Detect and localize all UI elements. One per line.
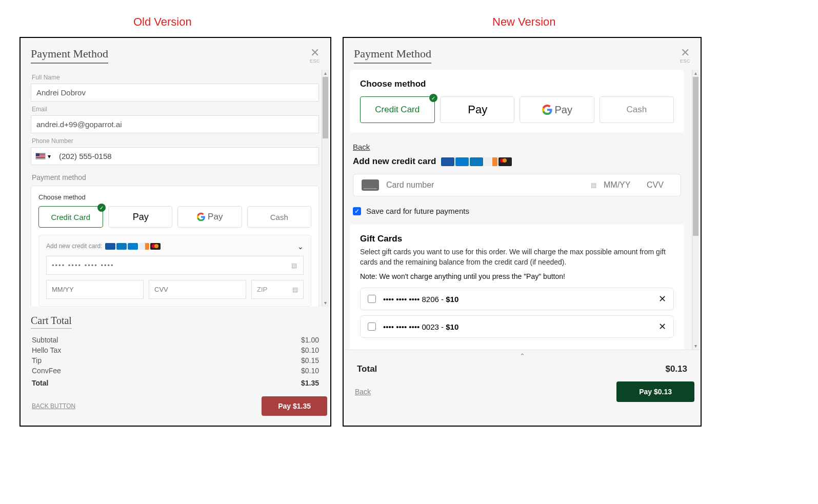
gift-card-mask: •••• •••• •••• 8206 - (383, 295, 446, 304)
card-number-input[interactable]: •••• •••• •••• •••• ▤ (46, 256, 304, 275)
method-credit-card[interactable]: ✓ Credit Card (38, 206, 103, 228)
total-value: $0.13 (665, 364, 687, 374)
method-google-pay[interactable]: Pay (520, 96, 594, 123)
expiry-input[interactable] (604, 180, 640, 190)
remove-gift-card-button[interactable]: ✕ (659, 293, 666, 305)
scroll-down-arrow[interactable]: ▾ (692, 342, 699, 350)
close-button[interactable]: ✕ ESC (310, 47, 320, 64)
mastercard-icon (498, 157, 512, 166)
gift-cards-desc: Select gift cards you want to use for th… (360, 247, 674, 267)
payment-method-box: Choose method ✓ Credit Card Pay Pay Cash (31, 186, 319, 307)
visa-icon (441, 157, 454, 166)
save-card-checkbox[interactable]: ✓ (353, 207, 361, 215)
diners-icon (116, 243, 127, 250)
close-button[interactable]: ✕ ESC (680, 47, 690, 64)
add-card-label: Add new credit card (353, 156, 436, 167)
esc-label: ESC (310, 58, 320, 64)
google-icon (196, 212, 206, 221)
scroll-up-arrow[interactable]: ▴ (692, 70, 699, 77)
add-card-label: Add new credit card: (46, 243, 102, 250)
method-apple-pay[interactable]: Pay (108, 206, 173, 228)
method-label: Credit Card (51, 213, 90, 221)
cart-line-convfee: ConvFee$0.10 (32, 366, 319, 376)
new-panel: Payment Method ✕ ESC Choose method ✓ Cre… (343, 37, 702, 427)
expand-cart-toggle[interactable]: ⌃ (344, 350, 701, 362)
gift-card-amount: $10 (446, 322, 458, 331)
card-number-input[interactable] (386, 180, 584, 190)
card-brand-icons (441, 157, 512, 166)
back-button[interactable]: Back (355, 388, 371, 396)
new-version-label: New Version (492, 15, 556, 29)
zip-placeholder: ZIP (257, 286, 267, 293)
discover-icon (484, 157, 497, 166)
us-flag-icon (35, 153, 46, 159)
full-name-label: Full Name (32, 74, 319, 81)
phone-label: Phone Number (32, 137, 319, 145)
diners-icon (470, 157, 483, 166)
method-credit-card[interactable]: ✓ Credit Card (360, 96, 435, 123)
card-number-mask: •••• •••• •••• •••• (52, 261, 114, 269)
back-link[interactable]: Back (353, 143, 370, 151)
method-google-pay[interactable]: Pay (177, 206, 242, 228)
google-icon (542, 104, 553, 115)
autofill-icon: ▤ (292, 286, 298, 293)
method-cash[interactable]: Cash (247, 206, 312, 228)
check-icon: ✓ (97, 204, 106, 212)
choose-method-label: Choose method (360, 79, 674, 89)
gift-card-amount: $10 (446, 295, 458, 304)
total-label: Total (357, 364, 377, 374)
method-label: Pay (555, 104, 572, 116)
amex-icon (128, 243, 138, 250)
phone-input[interactable] (55, 148, 318, 165)
scroll-thumb[interactable] (323, 77, 328, 138)
card-chip-icon (362, 179, 379, 191)
gift-card-row: •••• •••• •••• 0023 - $10 ✕ (360, 315, 674, 338)
email-input[interactable] (31, 115, 319, 133)
expiry-input[interactable] (46, 280, 144, 299)
remove-gift-card-button[interactable]: ✕ (659, 321, 666, 332)
back-button[interactable]: BACK BUTTON (32, 402, 75, 410)
page-title: Payment Method (31, 47, 108, 64)
autofill-icon: ▤ (591, 182, 596, 189)
esc-label: ESC (680, 58, 690, 64)
card-input-row: ▤ (353, 174, 681, 196)
discover-icon (139, 243, 149, 250)
choose-method-card: Choose method ✓ Credit Card Pay Pay Cash (350, 70, 684, 132)
close-icon: ✕ (310, 47, 320, 58)
gift-card-checkbox[interactable] (368, 295, 376, 303)
pay-button[interactable]: Pay $0.13 (616, 381, 694, 402)
cvv-input[interactable] (149, 280, 246, 299)
scroll-down-arrow[interactable]: ▾ (322, 299, 329, 307)
full-name-input[interactable] (31, 84, 319, 102)
collapse-toggle[interactable]: ⌄ (297, 243, 304, 251)
gift-card-mask: •••• •••• •••• 0023 - (383, 322, 446, 331)
method-cash[interactable]: Cash (600, 96, 674, 123)
cvv-input[interactable] (647, 180, 672, 190)
method-apple-pay[interactable]: Pay (440, 96, 515, 123)
mastercard-icon (150, 243, 161, 250)
save-card-label: Save card for future payments (366, 207, 469, 215)
credit-card-entry: Add new credit card: ⌄ •••• •••• •••• ••… (38, 235, 311, 307)
cart-line-subtotal: Subtotal$1.00 (32, 335, 319, 345)
card-brand-icons (105, 243, 161, 250)
gift-cards-section: Gift Cards Select gift cards you want to… (350, 225, 684, 350)
method-label: Pay (208, 212, 223, 222)
method-label: Pay (468, 103, 487, 116)
zip-input[interactable]: ZIP ▤ (251, 280, 304, 299)
gift-card-checkbox[interactable] (368, 322, 376, 331)
close-icon: ✕ (680, 47, 690, 58)
cart-line-total: Total$1.35 (32, 378, 319, 388)
gift-cards-title: Gift Cards (360, 234, 674, 244)
check-icon: ✓ (429, 94, 437, 102)
scroll-up-arrow[interactable]: ▴ (322, 70, 329, 77)
cart-total-title: Cart Total (31, 315, 72, 329)
cart-line-tax: Hello Tax$0.10 (32, 345, 319, 355)
email-label: Email (32, 106, 319, 113)
pay-button[interactable]: Pay $1.35 (262, 396, 327, 416)
chevron-down-icon: ▾ (48, 153, 51, 160)
autofill-icon: ▤ (291, 262, 298, 269)
payment-method-label: Payment method (32, 173, 319, 182)
scroll-thumb[interactable] (693, 77, 699, 236)
method-label: Cash (270, 213, 288, 221)
country-flag-select[interactable]: ▾ (31, 150, 55, 163)
